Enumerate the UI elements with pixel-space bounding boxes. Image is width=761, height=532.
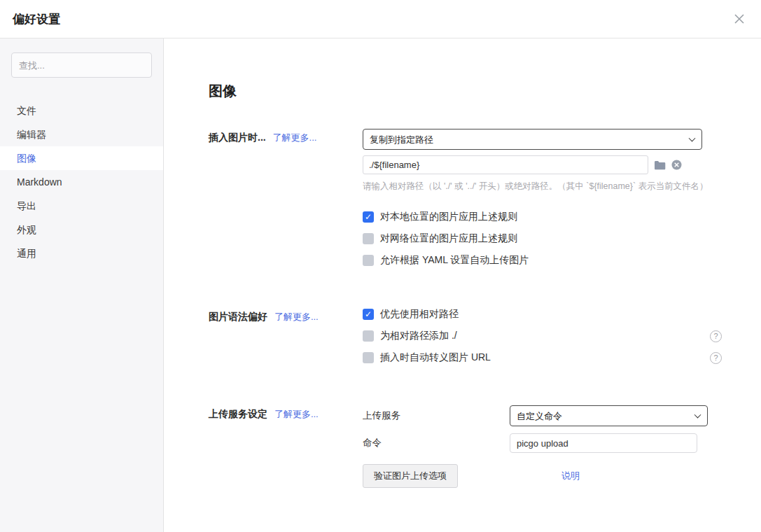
insert-section-label: 插入图片时... xyxy=(209,132,266,143)
search-box xyxy=(11,52,152,78)
checkbox-unchecked-icon[interactable] xyxy=(363,233,374,244)
sidebar-item-appearance[interactable]: 外观 xyxy=(0,218,163,241)
page-title: 图像 xyxy=(209,82,722,101)
instructions-link[interactable]: 说明 xyxy=(561,470,580,482)
checkbox-unchecked-icon[interactable] xyxy=(363,352,374,363)
checkbox-checked-icon[interactable]: ✓ xyxy=(363,211,374,223)
main-panel: 图像 插入图片时... 了解更多... 复制到指定路径 xyxy=(164,38,761,532)
copy-path-input[interactable] xyxy=(363,155,648,174)
checkbox-unchecked-icon[interactable] xyxy=(363,330,374,342)
window-titlebar: 偏好设置 xyxy=(0,0,761,38)
upload-service-select[interactable]: 自定义命令 xyxy=(510,405,708,426)
sidebar-menu: 文件 编辑器 图像 Markdown 导出 外观 通用 xyxy=(0,99,163,265)
command-label: 命令 xyxy=(363,437,510,449)
insert-image-section: 插入图片时... 了解更多... 复制到指定路径 xyxy=(209,129,722,276)
upload-section-label: 上传服务设定 xyxy=(209,408,267,419)
help-icon[interactable]: ? xyxy=(710,352,722,364)
validate-row: 验证图片上传选项 说明 xyxy=(363,464,722,488)
sidebar-item-image[interactable]: 图像 xyxy=(0,146,163,170)
sidebar-item-editor[interactable]: 编辑器 xyxy=(0,122,163,146)
command-row: 命令 xyxy=(363,433,722,453)
path-hint-text: 请输入相对路径（以 './' 或 '../' 开头）或绝对路径。（其中 `${f… xyxy=(363,181,722,192)
checkbox-yaml-auto-upload[interactable]: 允许根据 YAML 设置自动上传图片 xyxy=(363,254,722,267)
search-input[interactable] xyxy=(11,52,152,78)
insert-action-select-wrap: 复制到指定路径 xyxy=(363,129,702,150)
window-title: 偏好设置 xyxy=(13,11,60,27)
folder-browse-icon[interactable] xyxy=(654,160,666,170)
sidebar-item-file[interactable]: 文件 xyxy=(0,99,163,122)
help-icon[interactable]: ? xyxy=(710,330,722,342)
image-syntax-section: 图片语法偏好 了解更多... ✓ 优先使用相对路径 为相对路径添加 ./ ? xyxy=(209,308,722,373)
insert-learn-more-link[interactable]: 了解更多... xyxy=(273,132,317,143)
upload-service-section: 上传服务设定 了解更多... 上传服务 自定义命令 命令 xyxy=(209,405,722,488)
command-input[interactable] xyxy=(510,433,697,453)
clear-path-icon[interactable] xyxy=(671,160,682,170)
upload-service-label: 上传服务 xyxy=(363,410,510,422)
checkbox-checked-icon[interactable]: ✓ xyxy=(363,309,374,320)
checkbox-apply-web-images[interactable]: 对网络位置的图片应用上述规则 xyxy=(363,232,722,245)
insert-action-select[interactable]: 复制到指定路径 xyxy=(363,129,702,150)
checkbox-add-dot-slash-row: 为相对路径添加 ./ ? xyxy=(363,330,722,342)
checkbox-escape-image-url[interactable]: 插入时自动转义图片 URL xyxy=(363,351,491,364)
checkbox-prefer-relative-path[interactable]: ✓ 优先使用相对路径 xyxy=(363,308,722,321)
checkbox-apply-local-images[interactable]: ✓ 对本地位置的图片应用上述规则 xyxy=(363,211,722,223)
syntax-section-label: 图片语法偏好 xyxy=(209,311,267,322)
upload-learn-more-link[interactable]: 了解更多... xyxy=(274,409,319,419)
validate-upload-button[interactable]: 验证图片上传选项 xyxy=(363,464,458,488)
sidebar-item-export[interactable]: 导出 xyxy=(0,194,163,218)
copy-path-row xyxy=(363,155,722,174)
close-icon[interactable] xyxy=(730,10,748,28)
checkbox-add-dot-slash[interactable]: 为相对路径添加 ./ xyxy=(363,330,457,342)
syntax-learn-more-link[interactable]: 了解更多... xyxy=(274,312,319,322)
sidebar-item-general[interactable]: 通用 xyxy=(0,241,163,265)
checkbox-escape-url-row: 插入时自动转义图片 URL ? xyxy=(363,351,722,364)
sidebar-item-markdown[interactable]: Markdown xyxy=(0,170,163,194)
upload-service-select-wrap: 自定义命令 xyxy=(510,405,708,426)
upload-service-row: 上传服务 自定义命令 xyxy=(363,405,722,426)
checkbox-unchecked-icon[interactable] xyxy=(363,255,374,266)
sidebar: 文件 编辑器 图像 Markdown 导出 外观 通用 xyxy=(0,38,164,532)
